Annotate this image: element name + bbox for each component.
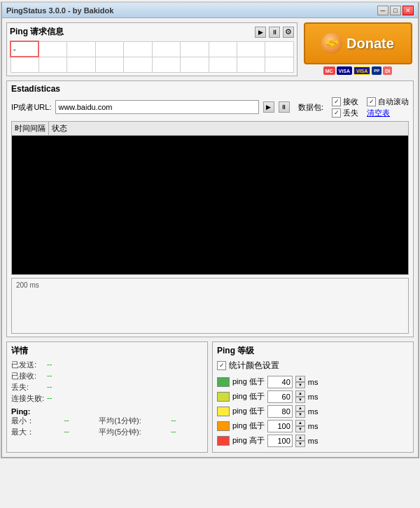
receive-checkbox[interactable] [332, 97, 341, 106]
level-input-1[interactable] [267, 390, 293, 403]
level-color-0 [217, 377, 230, 387]
visa2-card-badge: VISA [354, 66, 370, 75]
gear-icon [285, 27, 292, 36]
ping-cell-4 [124, 41, 152, 57]
ip-play-button[interactable] [263, 101, 274, 113]
log-table-container: 时间间隔 状态 [11, 121, 409, 275]
level-input-4[interactable] [267, 435, 293, 447]
spin-down-1[interactable]: ▼ [295, 397, 305, 403]
ping-cell-active[interactable]: - [10, 41, 38, 57]
ip-pause-button[interactable] [279, 101, 290, 113]
level-input-3[interactable] [267, 420, 293, 432]
level-label-2: ping 低于 [232, 406, 265, 416]
ping-sub-title: Ping: [11, 407, 203, 416]
ping-cell-r2-2 [67, 57, 95, 72]
receive-checkbox-row: 接收 [332, 97, 358, 107]
donate-button[interactable]: 🤝 Donate [304, 22, 412, 64]
ping-request-controls [255, 27, 294, 38]
checkboxes-col: 接收 丢失 [332, 97, 358, 118]
sent-val: -- [47, 360, 203, 370]
level-spinner-0: ▲ ▼ [295, 376, 305, 388]
spin-down-4[interactable]: ▼ [295, 441, 305, 447]
auto-scroll-col: 自动滚动 清空表 [367, 97, 409, 118]
settings-button[interactable] [283, 27, 294, 38]
auto-scroll-checkbox[interactable] [367, 97, 376, 106]
donate-panel: 🤝 Donate MC VISA VISA PP DI [302, 22, 414, 76]
spin-up-0[interactable]: ▲ [295, 376, 305, 382]
ping-cell-6 [181, 41, 209, 57]
spin-down-3[interactable]: ▼ [295, 426, 305, 432]
details-grid: 已发送: -- 已接收: -- 丢失: -- 连接失败: -- Ping: [11, 360, 203, 416]
minimize-button[interactable]: ─ [377, 6, 388, 15]
ping-cell-8 [237, 41, 265, 57]
chart-area: 200 ms [11, 278, 409, 334]
donate-icon: 🤝 [321, 33, 342, 54]
lose-checkbox-row: 丢失 [332, 108, 358, 118]
avg5-val: -- [171, 427, 203, 437]
clear-table-link[interactable]: 清空表 [367, 108, 390, 118]
spin-up-3[interactable]: ▲ [295, 420, 305, 426]
level-row-0: ping 低于 ▲ ▼ ms [217, 376, 409, 388]
main-content: Ping 请求信息 - [2, 18, 418, 457]
ping-request-table: - [10, 41, 294, 73]
details-title: 详情 [11, 345, 203, 357]
stats-color-label: 统计颜色设置 [229, 360, 279, 372]
level-spinner-4: ▲ ▼ [295, 435, 305, 447]
ping-cell-r2-5 [152, 57, 180, 72]
ping-cell-r2-3 [95, 57, 123, 72]
ping-cell-3 [95, 41, 123, 57]
stats-checkbox-row: 统计颜色设置 [217, 360, 409, 372]
auto-scroll-label: 自动滚动 [378, 97, 409, 107]
estadisticas-section: Estadísticas IP或者URL: 数据包: 接收 [6, 80, 414, 337]
level-row-1: ping 低于 ▲ ▼ ms [217, 390, 409, 403]
ping-sub-grid: 最小： -- 平均(1分钟): -- 最大： -- 平均(5分钟): -- [11, 416, 203, 437]
max-key: 最大： [11, 427, 61, 437]
chart-label: 200 ms [16, 281, 39, 289]
spin-up-1[interactable]: ▲ [295, 390, 305, 397]
level-row-2: ping 低于 ▲ ▼ ms [217, 405, 409, 418]
level-input-0[interactable] [267, 376, 293, 388]
title-bar-controls: ─ □ ✕ [377, 6, 414, 15]
ip-pause-icon [281, 104, 287, 111]
ping-cell-2 [67, 41, 95, 57]
received-key: 已接收: [11, 371, 44, 381]
ping-request-title: Ping 请求信息 [10, 26, 64, 38]
spin-down-0[interactable]: ▼ [295, 382, 305, 388]
estadisticas-title: Estadísticas [11, 84, 409, 94]
level-label-1: ping 低于 [232, 391, 265, 402]
maximize-button[interactable]: □ [390, 6, 401, 15]
pp-card-badge: PP [372, 66, 382, 75]
ms-label-3: ms [308, 422, 318, 430]
ping-cell-r2-0 [10, 57, 38, 72]
bottom-section: 详情 已发送: -- 已接收: -- 丢失: -- 连接失败: -- Ping:… [6, 341, 414, 453]
conn-fail-val: -- [47, 393, 203, 404]
pause-button[interactable] [269, 27, 280, 38]
ping-request-panel: Ping 请求信息 - [6, 22, 298, 76]
level-row-3: ping 低于 ▲ ▼ ms [217, 420, 409, 432]
ip-input[interactable] [55, 100, 258, 114]
di-card-badge: DI [383, 66, 392, 75]
play-button[interactable] [255, 27, 266, 38]
level-color-3 [217, 421, 230, 431]
donate-cards: MC VISA VISA PP DI [323, 66, 393, 75]
close-button[interactable]: ✕ [402, 6, 414, 15]
sent-key: 已发送: [11, 360, 44, 370]
lost-val: -- [47, 382, 203, 393]
spin-up-4[interactable]: ▲ [295, 435, 305, 441]
top-section: Ping 请求信息 - [6, 22, 414, 76]
ping-levels-title: Ping 等级 [217, 345, 409, 357]
spin-up-2[interactable]: ▲ [295, 405, 305, 411]
window-title: PingStatus 3.0.0 - by Bakidok [6, 6, 113, 15]
stats-color-checkbox[interactable] [217, 361, 226, 370]
level-input-2[interactable] [267, 405, 293, 418]
ping-cell-9 [265, 41, 294, 57]
spin-down-2[interactable]: ▼ [295, 411, 305, 418]
avg1-key: 平均(1分钟): [99, 416, 168, 426]
lose-checkbox[interactable] [332, 108, 341, 118]
level-spinner-2: ▲ ▼ [295, 405, 305, 418]
min-key: 最小： [11, 416, 61, 426]
avg1-val: -- [171, 416, 203, 426]
min-val: -- [64, 416, 96, 426]
ms-label-0: ms [308, 378, 318, 386]
ping-cell-r2-1 [38, 57, 66, 72]
